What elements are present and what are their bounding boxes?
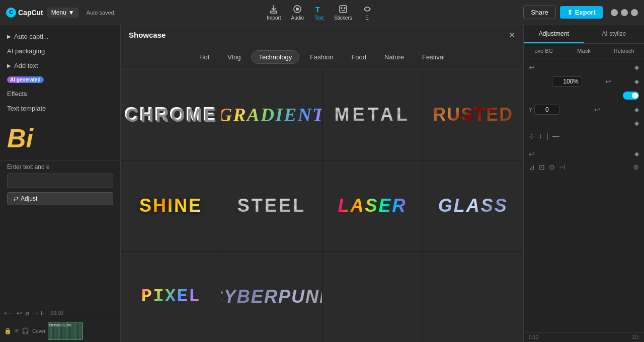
effect-laser[interactable]: LASER (323, 160, 423, 251)
chart-icon[interactable]: ↕ (539, 132, 542, 140)
tool-stickers[interactable]: Stickers (334, 4, 352, 21)
menu-button[interactable]: Menu ▼ (47, 8, 78, 18)
close-window-button[interactable] (631, 9, 638, 16)
sidebar-menu: ▶ Auto capti... AI packaging ▶ Add text … (0, 25, 120, 120)
export-button[interactable]: ⬆ Export (560, 6, 603, 19)
tl-right-btn[interactable]: ⊢ (41, 309, 46, 317)
arrow-icon-2: ▶ (7, 63, 11, 68)
minimize-button[interactable] (611, 9, 618, 16)
tool-audio[interactable]: Audio (291, 4, 304, 21)
timeline-controls: ⟵ ↩ ⌀ ⊣ ⊢ |00:00` (0, 306, 120, 320)
clip-block[interactable]: f3f35facd23ff6 (48, 322, 83, 340)
sidebar-item-effects[interactable]: Effects (0, 87, 120, 101)
sidebar-item-add-text[interactable]: ▶ Add text (0, 58, 120, 73)
copy-icon[interactable]: ⊡ (539, 163, 545, 171)
metal-text: METAL (334, 106, 410, 124)
tool-import[interactable]: Import (267, 4, 281, 21)
center-area: Showcase ✕ Hot Vlog Technology Fashion F… (121, 25, 523, 342)
tl-back-btn[interactable]: ⟵ (4, 309, 14, 317)
sidebar-item-text-template[interactable]: Text template (0, 101, 120, 116)
tab-food[interactable]: Food (344, 50, 374, 64)
zoom-row: ↩ ◆ (529, 76, 639, 87)
effect-glass[interactable]: GLASS (423, 160, 523, 251)
svg-point-4 (341, 8, 342, 9)
laser-text: LASER (338, 197, 407, 215)
sidebar-item-ai-packaging[interactable]: AI packaging (0, 44, 120, 58)
diamond-icon: ◆ (634, 64, 639, 71)
tl-left-btn[interactable]: ⊣ (32, 309, 38, 317)
tab-vlog[interactable]: Vlog (220, 50, 248, 64)
svg-point-1 (296, 8, 299, 11)
action-icons-2: ⊿ ⊡ ⊙ ⊣ (529, 163, 565, 171)
undo-row: ↩ ◆ (529, 63, 639, 71)
sync-icon[interactable]: ⊙ (549, 163, 555, 171)
svg-point-5 (344, 8, 345, 9)
effect-gradient[interactable]: Gradient (221, 69, 321, 160)
extra-diamond: ◆ (634, 120, 639, 127)
effect-rusted[interactable]: RUSTED (423, 69, 523, 160)
ai-badge: AI generated (7, 76, 44, 83)
share-button[interactable]: Share (523, 6, 556, 19)
clip-area: Cover f3f35facd23ff6 (32, 322, 83, 340)
link-icon[interactable]: ⊿ (529, 163, 535, 171)
effect-empty-1 (323, 251, 423, 342)
y-input-row: Y ↩ ◆ (529, 105, 639, 115)
undo-icon[interactable]: ↩ (529, 63, 535, 71)
clip-id: f3f35facd23ff6 (49, 323, 71, 327)
effect-chrome[interactable]: CHROME (121, 69, 221, 160)
tool-effects-top[interactable]: E (362, 4, 372, 21)
pin-icon[interactable]: ⊣ (559, 163, 565, 171)
effect-cyberpunk[interactable]: Cyberpunk (221, 251, 321, 342)
right-sidebar: Adjustment AI stylize ove BG Mask Retouc… (523, 25, 644, 342)
headphone-icon: 🎧 (22, 327, 29, 334)
effect-metal[interactable]: METAL (323, 69, 423, 160)
tab-festival[interactable]: Festival (415, 50, 452, 64)
y-input[interactable] (534, 105, 559, 115)
toggle-switch[interactable] (623, 92, 639, 100)
right-panel-content: ↩ ◆ ↩ ◆ Y ↩ ◆ (524, 58, 644, 332)
right-sub-tab-mask[interactable]: Mask (564, 44, 604, 58)
tool-text[interactable]: T Text (314, 4, 324, 21)
logo-icon: C (6, 8, 16, 18)
effect-pixel[interactable]: Pixel (121, 251, 221, 342)
tab-fashion[interactable]: Fashion (302, 50, 341, 64)
maximize-button[interactable] (621, 9, 628, 16)
y-label: Y (529, 107, 532, 113)
zoom-input[interactable] (552, 76, 582, 87)
gradient-text: Gradient (221, 105, 321, 124)
top-bar-right: Share ⬆ Export (523, 6, 638, 19)
modal-close-button[interactable]: ✕ (509, 30, 515, 40)
svg-text:T: T (315, 6, 320, 14)
adjust-icon: ⇄ (14, 195, 19, 202)
right-sub-tab-remove-bg[interactable]: ove BG (524, 44, 564, 58)
y-diamond-icon: ◆ (634, 106, 639, 113)
sidebar-item-ai-generated[interactable]: AI generated (0, 73, 120, 87)
top-bar: C CapCut Menu ▼ Auto saved: Import Audio… (0, 0, 644, 25)
enter-text-input[interactable] (7, 174, 113, 188)
action-icons: ⊹ ↕ | — (529, 132, 559, 140)
time-marker-1: 0:12 (529, 334, 538, 340)
toggle-row (529, 92, 639, 100)
tab-technology[interactable]: Technology (251, 50, 299, 64)
chrome-text: CHROME (125, 106, 217, 124)
undo-icon-2[interactable]: ↩ (529, 150, 535, 158)
tl-undo-btn[interactable]: ↩ (17, 309, 22, 317)
app-logo: C CapCut (6, 8, 43, 18)
tl-split-btn[interactable]: ⌀ (25, 309, 29, 317)
align-icon[interactable]: ⊹ (529, 132, 535, 140)
text-preview-area: Bi (0, 120, 120, 160)
effect-shine[interactable]: SHINE (121, 160, 221, 251)
sidebar-item-auto-caption[interactable]: ▶ Auto capti... (0, 29, 120, 44)
adjust-button[interactable]: ⇄ Adjust (7, 192, 113, 205)
right-tab-adjustment[interactable]: Adjustment (524, 25, 584, 43)
right-tab-ai-stylize[interactable]: AI stylize (584, 25, 645, 43)
zoom-undo-icon[interactable]: ↩ (605, 77, 611, 86)
effect-steel[interactable]: STEEL (221, 160, 321, 251)
rusted-text: RUSTED (433, 106, 513, 124)
auto-saved-label: Auto saved: (87, 10, 116, 16)
right-sub-tab-retouch[interactable]: Retouch (604, 44, 644, 58)
tab-nature[interactable]: Nature (377, 50, 412, 64)
tab-hot[interactable]: Hot (192, 50, 217, 64)
y-undo-icon[interactable]: ↩ (594, 106, 600, 114)
record-icon[interactable]: ⊚ (633, 163, 639, 171)
